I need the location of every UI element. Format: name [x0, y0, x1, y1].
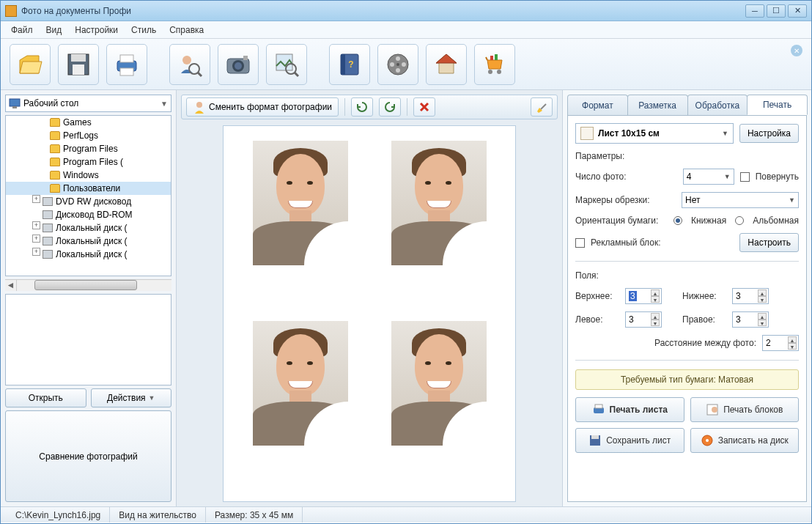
svg-text:?: ?	[348, 59, 353, 70]
compare-button[interactable]: Сравнение фотографий	[5, 410, 171, 502]
menu-view[interactable]: Вид	[40, 23, 68, 37]
paper-type-note: Требуемый тип бумаги: Матовая	[575, 369, 799, 390]
crop-markers-select[interactable]: Нет▼	[682, 192, 799, 208]
person-icon	[193, 100, 206, 114]
status-size: Размер: 35 x 45 мм	[206, 507, 303, 523]
print-button[interactable]	[106, 44, 147, 85]
adblock-checkbox[interactable]	[575, 238, 585, 248]
menu-help[interactable]: Справка	[163, 23, 210, 37]
film-reel-button[interactable]	[377, 44, 418, 85]
tree-item-games[interactable]: Games	[6, 116, 171, 129]
margin-right-spinner[interactable]: 3▲▼	[732, 311, 769, 328]
actions-button[interactable]: Действия▼	[91, 388, 172, 407]
menu-bar: Файл Вид Настройки Стиль Справка	[1, 21, 811, 39]
cart-button[interactable]	[474, 44, 515, 85]
rotate-left-button[interactable]	[351, 97, 373, 117]
svg-rect-1	[71, 54, 86, 62]
drive-icon	[43, 210, 53, 219]
margin-left-spinner[interactable]: 3▲▼	[625, 311, 662, 328]
tab-markup[interactable]: Разметка	[627, 95, 688, 115]
orientation-landscape-radio[interactable]	[735, 216, 744, 225]
save-sheet-button[interactable]: Сохранить лист	[575, 428, 684, 453]
photo-slot[interactable]	[253, 141, 348, 265]
tree-item-progfiles2[interactable]: Program Files (	[6, 155, 171, 169]
svg-rect-17	[341, 54, 345, 75]
margin-bottom-spinner[interactable]: 3▲▼	[732, 288, 769, 304]
status-doctype: Вид на жительство	[110, 507, 206, 523]
orientation-portrait-radio[interactable]	[673, 216, 682, 225]
photo-count-select[interactable]: 4▼	[683, 169, 734, 185]
home-button[interactable]	[426, 44, 467, 85]
save-button[interactable]	[58, 44, 99, 85]
tree-item-perflogs[interactable]: PerfLogs	[6, 129, 171, 142]
menu-style[interactable]: Стиль	[125, 23, 162, 37]
tree-item-users[interactable]: Пользователи	[6, 182, 171, 195]
tree-item-windows[interactable]: Windows	[6, 169, 171, 182]
photo-slot[interactable]	[391, 141, 487, 265]
tree-item-disk1[interactable]: Локальный диск (	[6, 221, 171, 235]
status-filepath: C:\Kevin_Lynch16.jpg	[7, 507, 110, 523]
photo-search-button[interactable]	[266, 44, 307, 85]
svg-rect-31	[12, 106, 17, 108]
photo-gap-spinner[interactable]: 2▲▼	[762, 335, 799, 351]
tab-processing[interactable]: Обработка	[687, 95, 748, 115]
svg-point-24	[396, 63, 399, 66]
margin-top-spinner[interactable]: 3▲▼	[625, 288, 662, 304]
tab-print[interactable]: Печать	[747, 95, 808, 115]
expander-icon[interactable]: +	[32, 221, 40, 229]
svg-line-25	[486, 57, 487, 60]
camera-button[interactable]	[218, 44, 259, 85]
tree-item-dvdrw[interactable]: DVD RW дисковод	[6, 195, 171, 208]
rotate-label: Повернуть	[756, 171, 799, 182]
menu-file[interactable]: Файл	[5, 23, 39, 37]
svg-rect-28	[490, 56, 493, 60]
sheet-size-combo[interactable]: Лист 10x15 см ▼	[575, 123, 734, 144]
sheet-setup-button[interactable]: Настройка	[739, 124, 799, 143]
person-search-button[interactable]	[169, 44, 210, 85]
tree-item-bdrom[interactable]: Дисковод BD-ROM	[6, 208, 171, 221]
tree-item-disk2[interactable]: Локальный диск (	[6, 235, 171, 248]
status-bar: C:\Kevin_Lynch16.jpg Вид на жительство Р…	[1, 506, 811, 523]
print-blocks-button[interactable]: Печать блоков	[690, 397, 800, 422]
menu-settings[interactable]: Настройки	[69, 23, 124, 37]
main-toolbar: ? ✕	[1, 39, 811, 90]
rotate-checkbox[interactable]	[740, 172, 750, 182]
print-sheet-button[interactable]: Печать листа	[575, 397, 684, 422]
file-browser-panel: Рабочий стол ▼ Games PerfLogs Program Fi…	[1, 90, 177, 506]
location-combo[interactable]: Рабочий стол ▼	[5, 95, 171, 112]
svg-point-27	[497, 70, 501, 74]
photo-slot[interactable]	[391, 321, 487, 446]
close-button[interactable]: ✕	[788, 4, 807, 18]
adblock-setup-button[interactable]: Настроить	[739, 233, 799, 252]
maximize-button[interactable]: ☐	[767, 4, 786, 18]
folder-tree[interactable]: Games PerfLogs Program Files Program Fil…	[5, 115, 171, 276]
svg-rect-2	[73, 64, 84, 75]
print-tab-content: Лист 10x15 см ▼ Настройка Параметры: Чис…	[567, 115, 807, 502]
delete-button[interactable]	[413, 97, 435, 117]
help-book-button[interactable]: ?	[329, 44, 370, 85]
help-close-icon[interactable]: ✕	[791, 45, 802, 56]
open-folder-button[interactable]	[10, 44, 51, 85]
tree-item-progfiles[interactable]: Program Files	[6, 142, 171, 155]
svg-point-7	[189, 64, 199, 74]
window-title: Фото на документы Профи	[21, 6, 745, 16]
drive-icon	[43, 197, 53, 206]
tab-format[interactable]: Формат	[567, 95, 628, 115]
open-button[interactable]: Открыть	[5, 388, 86, 407]
minimize-button[interactable]: ─	[745, 4, 764, 18]
editor-toolbar: Сменить формат фотографии	[181, 95, 558, 119]
floppy-icon	[588, 434, 602, 447]
change-format-button[interactable]: Сменить формат фотографии	[186, 97, 339, 117]
brush-button[interactable]	[531, 97, 553, 117]
rotate-right-button[interactable]	[379, 97, 401, 117]
tree-item-disk3[interactable]: Локальный диск (	[6, 248, 171, 261]
tree-scrollbar[interactable]: ◄	[5, 279, 171, 291]
photo-slot[interactable]	[253, 321, 348, 446]
expander-icon[interactable]: +	[32, 235, 40, 243]
burn-disc-button[interactable]: Записать на диск	[690, 428, 800, 453]
expander-icon[interactable]: +	[32, 248, 40, 256]
params-label: Параметры:	[575, 151, 799, 161]
expander-icon[interactable]: +	[32, 195, 40, 203]
printer-icon	[592, 403, 605, 416]
folder-icon	[50, 158, 60, 166]
